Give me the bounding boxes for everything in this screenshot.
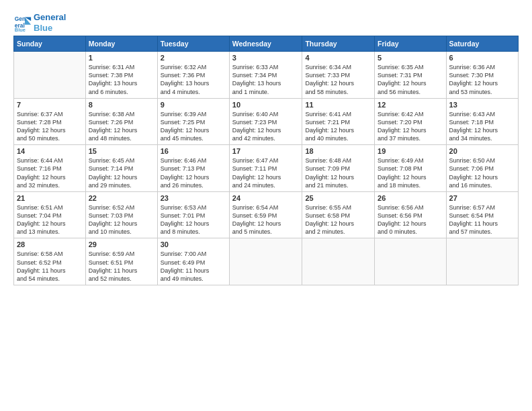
day-info: Sunrise: 6:57 AMSunset: 6:54 PMDaylight:…	[449, 203, 515, 236]
calendar-cell	[229, 238, 302, 285]
day-number: 26	[378, 194, 443, 202]
calendar-cell: 28Sunrise: 6:58 AMSunset: 6:52 PMDayligh…	[14, 238, 86, 285]
day-number: 27	[449, 194, 515, 202]
day-info: Sunrise: 6:51 AMSunset: 7:04 PMDaylight:…	[17, 203, 83, 236]
day-info: Sunrise: 6:40 AMSunset: 7:23 PMDaylight:…	[232, 110, 300, 143]
day-info: Sunrise: 6:58 AMSunset: 6:52 PMDaylight:…	[17, 250, 83, 283]
calendar-cell: 15Sunrise: 6:45 AMSunset: 7:14 PMDayligh…	[85, 145, 157, 192]
col-header-tuesday: Tuesday	[157, 36, 229, 52]
calendar-cell: 8Sunrise: 6:38 AMSunset: 7:26 PMDaylight…	[85, 98, 157, 145]
day-info: Sunrise: 6:50 AMSunset: 7:06 PMDaylight:…	[449, 156, 515, 189]
day-number: 22	[89, 194, 154, 202]
calendar-cell: 2Sunrise: 6:32 AMSunset: 7:36 PMDaylight…	[157, 52, 229, 99]
day-info: Sunrise: 6:55 AMSunset: 6:58 PMDaylight:…	[305, 203, 371, 236]
col-header-saturday: Saturday	[446, 36, 518, 52]
day-number: 16	[161, 147, 226, 155]
day-number: 25	[305, 194, 371, 202]
day-info: Sunrise: 6:47 AMSunset: 7:11 PMDaylight:…	[232, 156, 300, 189]
day-info: Sunrise: 6:35 AMSunset: 7:31 PMDaylight:…	[378, 63, 443, 96]
calendar-cell: 16Sunrise: 6:46 AMSunset: 7:13 PMDayligh…	[157, 145, 229, 192]
calendar-cell	[14, 52, 86, 99]
day-info: Sunrise: 6:36 AMSunset: 7:30 PMDaylight:…	[449, 63, 515, 96]
day-info: Sunrise: 6:39 AMSunset: 7:25 PMDaylight:…	[161, 110, 226, 143]
day-info: Sunrise: 6:37 AMSunset: 7:28 PMDaylight:…	[17, 110, 83, 143]
day-info: Sunrise: 6:43 AMSunset: 7:18 PMDaylight:…	[449, 110, 515, 143]
calendar-cell: 25Sunrise: 6:55 AMSunset: 6:58 PMDayligh…	[302, 191, 375, 238]
day-info: Sunrise: 6:32 AMSunset: 7:36 PMDaylight:…	[161, 63, 226, 96]
day-number: 3	[232, 54, 300, 62]
logo-icon: Gen eral Blue	[13, 13, 32, 32]
day-number: 8	[89, 101, 154, 109]
calendar-cell: 6Sunrise: 6:36 AMSunset: 7:30 PMDaylight…	[446, 52, 518, 99]
day-info: Sunrise: 6:53 AMSunset: 7:01 PMDaylight:…	[161, 203, 226, 236]
day-info: Sunrise: 6:59 AMSunset: 6:51 PMDaylight:…	[89, 250, 154, 283]
calendar-cell: 13Sunrise: 6:43 AMSunset: 7:18 PMDayligh…	[446, 98, 518, 145]
calendar-cell: 10Sunrise: 6:40 AMSunset: 7:23 PMDayligh…	[229, 98, 302, 145]
day-number: 23	[161, 194, 226, 202]
calendar-cell: 24Sunrise: 6:54 AMSunset: 6:59 PMDayligh…	[229, 191, 302, 238]
day-number: 6	[449, 54, 515, 62]
day-info: Sunrise: 6:48 AMSunset: 7:09 PMDaylight:…	[305, 156, 371, 189]
day-number: 13	[449, 101, 515, 109]
day-number: 19	[378, 147, 443, 155]
day-number: 9	[161, 101, 226, 109]
day-info: Sunrise: 6:54 AMSunset: 6:59 PMDaylight:…	[232, 203, 300, 236]
col-header-thursday: Thursday	[302, 36, 375, 52]
logo: Gen eral Blue GeneralBlue	[13, 12, 66, 33]
day-info: Sunrise: 7:00 AMSunset: 6:49 PMDaylight:…	[161, 250, 226, 283]
day-number: 14	[17, 147, 83, 155]
day-info: Sunrise: 6:33 AMSunset: 7:34 PMDaylight:…	[232, 63, 300, 96]
calendar-cell: 5Sunrise: 6:35 AMSunset: 7:31 PMDaylight…	[375, 52, 446, 99]
day-number: 2	[161, 54, 226, 62]
day-info: Sunrise: 6:56 AMSunset: 6:56 PMDaylight:…	[378, 203, 443, 236]
calendar-cell: 30Sunrise: 7:00 AMSunset: 6:49 PMDayligh…	[157, 238, 229, 285]
day-info: Sunrise: 6:38 AMSunset: 7:26 PMDaylight:…	[89, 110, 154, 143]
calendar-cell: 1Sunrise: 6:31 AMSunset: 7:38 PMDaylight…	[85, 52, 157, 99]
day-info: Sunrise: 6:34 AMSunset: 7:33 PMDaylight:…	[305, 63, 371, 96]
day-number: 20	[449, 147, 515, 155]
day-number: 7	[17, 101, 83, 109]
calendar-cell: 4Sunrise: 6:34 AMSunset: 7:33 PMDaylight…	[302, 52, 375, 99]
day-info: Sunrise: 6:41 AMSunset: 7:21 PMDaylight:…	[305, 110, 371, 143]
calendar-cell: 17Sunrise: 6:47 AMSunset: 7:11 PMDayligh…	[229, 145, 302, 192]
col-header-sunday: Sunday	[14, 36, 86, 52]
calendar-cell: 21Sunrise: 6:51 AMSunset: 7:04 PMDayligh…	[14, 191, 86, 238]
day-info: Sunrise: 6:46 AMSunset: 7:13 PMDaylight:…	[161, 156, 226, 189]
day-number: 30	[161, 240, 226, 248]
calendar-cell: 26Sunrise: 6:56 AMSunset: 6:56 PMDayligh…	[375, 191, 446, 238]
day-info: Sunrise: 6:42 AMSunset: 7:20 PMDaylight:…	[378, 110, 443, 143]
calendar-cell: 29Sunrise: 6:59 AMSunset: 6:51 PMDayligh…	[85, 238, 157, 285]
calendar-cell: 19Sunrise: 6:49 AMSunset: 7:08 PMDayligh…	[375, 145, 446, 192]
col-header-monday: Monday	[85, 36, 157, 52]
calendar-cell: 9Sunrise: 6:39 AMSunset: 7:25 PMDaylight…	[157, 98, 229, 145]
calendar-cell: 27Sunrise: 6:57 AMSunset: 6:54 PMDayligh…	[446, 191, 518, 238]
calendar-cell: 11Sunrise: 6:41 AMSunset: 7:21 PMDayligh…	[302, 98, 375, 145]
day-number: 21	[17, 194, 83, 202]
calendar-cell: 23Sunrise: 6:53 AMSunset: 7:01 PMDayligh…	[157, 191, 229, 238]
calendar-cell: 14Sunrise: 6:44 AMSunset: 7:16 PMDayligh…	[14, 145, 86, 192]
day-number: 10	[232, 101, 300, 109]
day-number: 12	[378, 101, 443, 109]
calendar-cell	[375, 238, 446, 285]
day-number: 1	[89, 54, 154, 62]
calendar-cell	[302, 238, 375, 285]
calendar-cell: 22Sunrise: 6:52 AMSunset: 7:03 PMDayligh…	[85, 191, 157, 238]
day-number: 18	[305, 147, 371, 155]
day-number: 15	[89, 147, 154, 155]
calendar-cell	[446, 238, 518, 285]
day-info: Sunrise: 6:52 AMSunset: 7:03 PMDaylight:…	[89, 203, 154, 236]
day-info: Sunrise: 6:31 AMSunset: 7:38 PMDaylight:…	[89, 63, 154, 96]
day-info: Sunrise: 6:49 AMSunset: 7:08 PMDaylight:…	[378, 156, 443, 189]
calendar-cell: 18Sunrise: 6:48 AMSunset: 7:09 PMDayligh…	[302, 145, 375, 192]
calendar-cell: 7Sunrise: 6:37 AMSunset: 7:28 PMDaylight…	[14, 98, 86, 145]
calendar-cell: 3Sunrise: 6:33 AMSunset: 7:34 PMDaylight…	[229, 52, 302, 99]
day-number: 4	[305, 54, 371, 62]
day-info: Sunrise: 6:44 AMSunset: 7:16 PMDaylight:…	[17, 156, 83, 189]
day-number: 24	[232, 194, 300, 202]
calendar-cell: 20Sunrise: 6:50 AMSunset: 7:06 PMDayligh…	[446, 145, 518, 192]
col-header-friday: Friday	[375, 36, 446, 52]
svg-text:Blue: Blue	[15, 27, 26, 32]
day-number: 29	[89, 240, 154, 248]
day-number: 17	[232, 147, 300, 155]
day-number: 5	[378, 54, 443, 62]
